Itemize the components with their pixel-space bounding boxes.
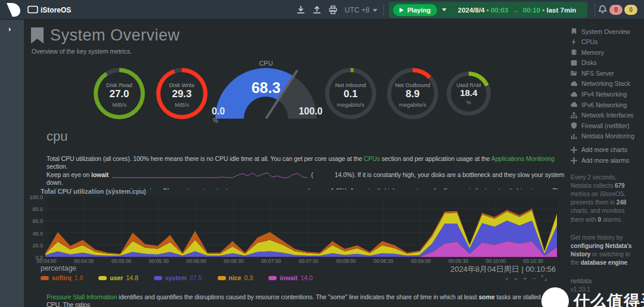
link-applications-monitoring[interactable]: Applications Monitoring bbox=[491, 155, 555, 162]
sidebar-item-nfs-server[interactable]: NFS Server bbox=[571, 70, 640, 76]
netdata-logo-icon[interactable] bbox=[5, 2, 22, 17]
bolt-icon bbox=[571, 39, 577, 45]
sidebar-item-label: Networking Stack bbox=[581, 80, 630, 87]
sidebar-item-ipv6-networking[interactable]: IPv6 Networking bbox=[571, 101, 640, 108]
gauge-used-ram[interactable]: Used RAM 18.4 % bbox=[433, 72, 504, 116]
text: Get more history by bbox=[571, 234, 623, 241]
y-tick: 20.0 bbox=[32, 243, 43, 249]
text: ( bbox=[307, 187, 309, 190]
legend-item-system[interactable]: system37.5 bbox=[154, 274, 202, 281]
shield-icon bbox=[571, 122, 577, 129]
play-icon bbox=[400, 8, 404, 13]
link-pressure-stall-information[interactable]: Pressure Stall Information bbox=[47, 293, 117, 300]
legend-swatch bbox=[98, 276, 107, 280]
pan-backward-button[interactable]: « bbox=[505, 275, 509, 282]
chart-toolbar: « » + − bbox=[505, 275, 547, 282]
chart-timestamp: 2024年8月04日周日 | 00:10:56 bbox=[450, 264, 556, 275]
add-more-alarms-button[interactable]: Add more alarms bbox=[571, 157, 640, 164]
legend-item-user[interactable]: user14.8 bbox=[98, 274, 138, 281]
plus-icon bbox=[571, 147, 577, 153]
legend-swatch bbox=[268, 276, 277, 280]
sidebar-item-memory[interactable]: Memory bbox=[571, 49, 640, 55]
cloud-icon bbox=[571, 80, 577, 87]
sidebar-item-netdata-monitoring[interactable]: Netdata Monitoring bbox=[571, 133, 640, 139]
add-more-alarms-label: Add more alarms bbox=[581, 157, 629, 164]
gauge-disk-write[interactable]: Disk Write 29.3 MiB/s bbox=[146, 68, 218, 119]
page-subtitle: Overview of the key system metrics. bbox=[32, 48, 132, 55]
text: section and per application usage at the bbox=[380, 155, 491, 162]
chart-legend: softirq1.8user14.8system37.5nice0.3iowai… bbox=[41, 274, 312, 281]
sidebar-item-networking-stack[interactable]: Networking Stack bbox=[571, 80, 640, 87]
text: some bbox=[479, 293, 495, 300]
divider bbox=[383, 4, 384, 16]
zoom-out-button[interactable]: − bbox=[532, 275, 536, 282]
warning-alarms-badge[interactable]: 0 bbox=[624, 5, 637, 15]
legend-item-iowait[interactable]: iowait14.0 bbox=[268, 274, 312, 281]
gauge-unit: MiB/s bbox=[156, 101, 208, 108]
sidebar-item-cpus[interactable]: CPUs bbox=[571, 39, 640, 45]
zoom-in-button[interactable]: + bbox=[523, 275, 527, 282]
gauge-net-inbound[interactable]: Net Inbound 0.1 megabits/s bbox=[315, 68, 386, 119]
playing-label: Playing bbox=[407, 7, 431, 14]
cloud-icon bbox=[571, 91, 577, 98]
gauge-disk-read[interactable]: Disk Read 27.0 MiB/s bbox=[83, 68, 155, 119]
text-iowait: iowait bbox=[91, 171, 109, 178]
range-date: 2024/8/4 bbox=[458, 7, 485, 14]
cpu-gauge[interactable]: CPU 68.3 0.0 100.0 % bbox=[215, 60, 317, 119]
pan-forward-button[interactable]: » bbox=[514, 275, 518, 282]
legend-value: 37.5 bbox=[190, 274, 202, 281]
range-duration: last 7min bbox=[547, 7, 577, 14]
sidebar-item-label: Memory bbox=[581, 49, 604, 56]
psi-description: Pressure Stall Information identifies an… bbox=[47, 293, 561, 307]
gauge-value: 8.9 bbox=[387, 88, 438, 100]
metrics-summary: Every 2 seconds, Netdata collects 679 me… bbox=[571, 173, 639, 224]
sidebar-item-label: Netdata Monitoring bbox=[581, 132, 634, 139]
date-range-picker[interactable]: Playing 2024/8/4 • 00:03 → 00:10 • last … bbox=[389, 2, 587, 18]
sidebar-item-label: Network Interfaces bbox=[581, 111, 634, 119]
gauge-label: Disk Read bbox=[94, 82, 145, 88]
cloud-icon bbox=[571, 101, 577, 108]
text: Total CPU utilization (all cores). 100% … bbox=[47, 155, 364, 162]
link-cpus[interactable]: CPUs bbox=[364, 155, 380, 162]
cpu-utilization-chart[interactable] bbox=[45, 197, 557, 257]
legend-item-softirq[interactable]: softirq1.8 bbox=[41, 274, 83, 281]
gauge-value: 27.0 bbox=[94, 88, 145, 100]
timezone-selector[interactable]: UTC +8 bbox=[345, 6, 377, 14]
right-sidebar: System OverviewCPUsMemoryDisksNFS Server… bbox=[564, 20, 644, 307]
import-snapshot-icon[interactable] bbox=[296, 5, 305, 14]
resize-handle-icon[interactable] bbox=[541, 275, 547, 282]
y-tick: 60.0 bbox=[32, 218, 43, 224]
print-icon[interactable] bbox=[329, 5, 338, 14]
critical-alarms-badge[interactable]: 0 bbox=[609, 5, 623, 15]
alarms-bell-icon[interactable] bbox=[598, 5, 607, 14]
chart-title: Total CPU utilization (system.cpu) bbox=[41, 188, 146, 195]
sidebar-item-ipv4-networking[interactable]: IPv4 Networking bbox=[571, 91, 640, 98]
x-tick: 00:06:30 bbox=[219, 258, 249, 264]
softirq-value: 1.8% bbox=[331, 187, 345, 190]
chart-y-axis: 100.080.060.040.020.00.0 bbox=[23, 194, 43, 260]
sidebar-item-disks[interactable]: Disks bbox=[571, 60, 640, 66]
export-snapshot-icon[interactable] bbox=[312, 5, 321, 14]
node-icon bbox=[27, 5, 38, 14]
gauge-value: 29.3 bbox=[156, 88, 208, 100]
x-tick: 00:07:00 bbox=[256, 258, 286, 264]
sidebar-item-network-interfaces[interactable]: Network Interfaces bbox=[571, 112, 640, 119]
x-tick: 00:05:00 bbox=[107, 258, 137, 264]
legend-swatch bbox=[218, 276, 226, 280]
playing-chevron-icon[interactable] bbox=[442, 8, 447, 11]
chevron-down-icon bbox=[373, 9, 377, 12]
time-range-text: 2024/8/4 • 00:03 → 00:10 • last 7min bbox=[447, 7, 587, 14]
range-from: 00:03 bbox=[491, 7, 508, 14]
divider bbox=[595, 4, 595, 16]
expand-sidebar-chevron-icon[interactable]: › bbox=[8, 24, 11, 33]
legend-value: 0.3 bbox=[244, 274, 253, 281]
sidebar-item-system-overview[interactable]: System Overview bbox=[571, 28, 640, 35]
sidebar-item-firewall-netfilter[interactable]: Firewall (netfilter) bbox=[571, 122, 640, 129]
left-sidebar-collapsed: › bbox=[0, 20, 24, 307]
smzdm-watermark: 什么值得买 bbox=[541, 287, 644, 307]
add-more-charts-button[interactable]: Add more charts bbox=[571, 147, 640, 153]
playing-button[interactable]: Playing bbox=[393, 4, 437, 16]
sidebar-add-links: Add more charts Add more alarms bbox=[571, 147, 640, 164]
link-database-engine[interactable]: database engine bbox=[581, 259, 627, 266]
legend-item-nice[interactable]: nice0.3 bbox=[218, 274, 253, 281]
